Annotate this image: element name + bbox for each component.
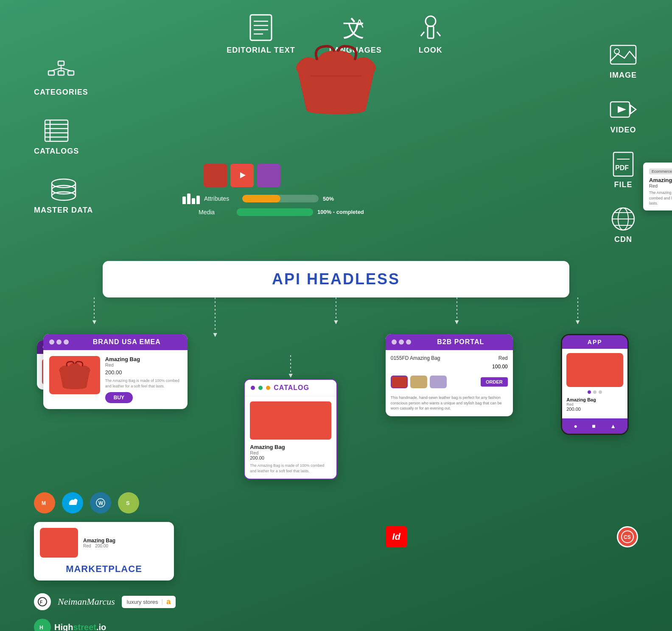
connection-3: ▼ [333, 297, 339, 338]
marketplace-info: Amazing Bag Red 200.00 [83, 538, 115, 548]
connection-5: ▼ [574, 297, 581, 338]
b2b-body: 0155FD Amazing Bag Red 100.00 ORDER This… [386, 350, 513, 416]
api-bar-text: API HEADLESS [272, 270, 400, 288]
magento-logo: M [34, 492, 55, 513]
brand-usa-card: BRAND USA EMEA Amazing Bag Red 200.00 [43, 334, 188, 409]
catalog-body: Amazing Bag Red 200.00 The Amazing Bag i… [245, 396, 336, 479]
svg-rect-13 [58, 71, 64, 75]
b2b-prod-id: 0155FD Amazing Bag [391, 355, 440, 361]
right-logo-section: CS [617, 526, 638, 547]
master-data-icon-item: MASTER DATA [34, 177, 93, 215]
svg-marker-30 [240, 172, 246, 178]
swatch-lavender[interactable] [430, 376, 447, 388]
tech-logos: M W [34, 492, 176, 513]
indesign-text: Id [392, 531, 400, 542]
prod-desc: The Amazing Bag is made of 100% combed a… [649, 190, 672, 206]
highstreet-icon: H [34, 619, 51, 631]
attributes-progress-row: Attributes 50% [182, 194, 364, 204]
swatch-red[interactable] [391, 376, 408, 388]
b2b-desc: This handmade, hand-sewn leather bag is … [391, 395, 508, 411]
svg-text:A: A [356, 17, 364, 30]
app-title: APP [567, 339, 622, 345]
file-label: FILE [614, 180, 633, 189]
highstreet-logo-row: H Highstreet.io [34, 619, 176, 631]
arrow-4: ▼ [454, 319, 460, 325]
brand-card-body: Amazing Bag Red 200.00 The Amazing Bag i… [43, 350, 188, 409]
catalog-prod-price: 200.00 [250, 455, 331, 460]
svg-text:H: H [39, 625, 43, 631]
catalog-connection: ▼ [287, 355, 294, 379]
svg-point-7 [426, 16, 436, 26]
svg-rect-12 [48, 71, 54, 75]
thumb-video [230, 164, 254, 187]
app-slider-dots [566, 390, 623, 394]
b2b-header: B2B PORTAL [386, 334, 513, 350]
shopify-logo: S [118, 492, 139, 513]
svg-point-32 [614, 49, 619, 54]
brand-prod-name: Amazing Bag [105, 356, 182, 362]
buy-button[interactable]: BUY [105, 392, 133, 403]
brand-bag-img [49, 356, 100, 394]
attributes-bar-container [242, 195, 319, 202]
svg-text:F: F [40, 600, 42, 605]
app-dot-2 [599, 390, 602, 394]
marketplace-bag-img [40, 528, 78, 558]
catalog-card-section: ▼ CATALOG Amazing Bag Red 200.00 The Ama… [244, 355, 337, 480]
brand-card-header: BRAND USA EMEA [43, 334, 188, 350]
highstreet-text: Highstreet.io [54, 623, 106, 631]
file-icon-item: PDF FILE [608, 151, 638, 189]
master-data-label: MASTER DATA [34, 206, 93, 215]
b2b-prod-color: Red [498, 355, 508, 361]
marketplace-card: Amazing Bag Red 200.00 MARKETPLACE [34, 522, 174, 581]
prod-color: Red [649, 183, 672, 188]
svg-rect-14 [68, 71, 74, 75]
app-body: Amazing Bag Red 200.00 [562, 349, 627, 418]
media-value: 100% - completed [317, 209, 364, 215]
media-thumbnails [204, 164, 280, 187]
brand-prod-desc: The Amazing Bag is made of 100% combed a… [105, 378, 182, 389]
svg-line-10 [437, 32, 440, 36]
svg-rect-8 [428, 26, 434, 38]
media-label: Media [199, 209, 232, 216]
bar-chart-icon [182, 194, 200, 204]
connection-4: ▼ [454, 297, 460, 338]
catalogs-label: CATALOGS [34, 147, 79, 156]
connections-row: ▼ ▼ ▼ ▼ ▼ [0, 297, 672, 338]
app-nav-square-icon: ■ [592, 423, 595, 429]
wordpress-logo: W [90, 492, 111, 513]
svg-line-9 [421, 32, 424, 36]
brand-prod-price: 200.00 [105, 369, 182, 376]
attributes-label: Attributes [204, 195, 238, 202]
b2b-card: B2B PORTAL 0155FD Amazing Bag Red 100.00 [386, 334, 513, 416]
svg-text:M: M [42, 500, 46, 506]
order-button[interactable]: ORDER [481, 377, 508, 387]
app-card: APP Amazing Bag Red 200.00 ● ■ ▲ [561, 334, 629, 435]
ecom-category: Ecommerce Category: accessory [649, 168, 672, 174]
progress-section: Attributes 50% Media 100% - completed [182, 194, 364, 216]
app-dot-1 [593, 390, 596, 394]
svg-marker-35 [618, 106, 626, 113]
catalogs-icon-item: CATALOGS [34, 118, 79, 156]
marketplace-prod-price: 200.00 [95, 544, 108, 548]
thumb-image [204, 164, 227, 187]
b2b-prod-price: 100.00 [492, 364, 508, 370]
cdn-label: CDN [614, 235, 632, 244]
api-bar: API HEADLESS [103, 261, 569, 297]
svg-rect-0 [250, 15, 272, 40]
swatch-tan[interactable] [410, 376, 427, 388]
categories-label: CATEGORIES [34, 88, 88, 97]
image-icon-item: IMAGE [608, 42, 638, 80]
catalog-prod-name: Amazing Bag [250, 444, 331, 450]
arrow-1: ▼ [91, 319, 98, 325]
catalog-prod-desc: The Amazing Bag is made of 100% combed a… [250, 463, 331, 474]
app-prod-color: Red [566, 402, 623, 407]
connection-1: ▼ [91, 297, 98, 338]
brand-card-wrapper: Amazing Bag Red 200.00 MARKI BRAND USA E… [43, 334, 196, 409]
brand-card-title: BRAND USA EMEA [72, 338, 182, 346]
arrow-3: ▼ [333, 319, 339, 325]
video-label: VIDEO [610, 126, 636, 135]
salesforce-logo [62, 492, 83, 513]
app-nav-circle-icon: ● [574, 423, 577, 429]
app-bag-img [566, 353, 623, 387]
indesign-section: Id [386, 526, 407, 547]
